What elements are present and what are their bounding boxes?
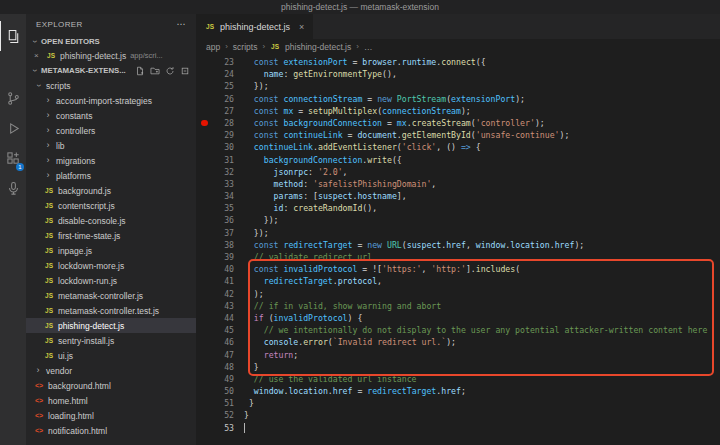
tab-close-icon[interactable]: × (299, 22, 304, 32)
code-line[interactable]: return; (244, 349, 707, 361)
tree-item-background.html[interactable]: <>background.html (26, 378, 196, 393)
code-line[interactable]: backgroundConnection.write({ (244, 154, 707, 166)
project-tree-header[interactable]: › METAMASK-EXTENS... (26, 63, 196, 78)
line-number[interactable]: 37 (196, 227, 244, 239)
tree-item-notification.html[interactable]: <>notification.html (26, 423, 196, 438)
tree-item-ui.js[interactable]: JSui.js (26, 348, 196, 363)
line-number[interactable]: 43 (196, 300, 244, 312)
tree-item-migrations[interactable]: ›migrations (26, 153, 196, 168)
tree-item-lockdown-run.js[interactable]: JSlockdown-run.js (26, 273, 196, 288)
breadcrumb-segment[interactable]: scripts (233, 42, 258, 52)
code-line[interactable]: continueLink.addEventListener('click', (… (244, 141, 707, 153)
code-line[interactable]: window.location.href = redirectTarget.hr… (244, 385, 707, 397)
line-number[interactable]: 31 (196, 154, 244, 166)
tree-item-loading.html[interactable]: <>loading.html (26, 408, 196, 423)
microphone-icon[interactable] (0, 173, 26, 203)
line-number[interactable]: 44 (196, 312, 244, 324)
new-folder-icon[interactable] (150, 66, 160, 76)
tree-item-vendor[interactable]: ›vendor (26, 363, 196, 378)
line-number[interactable]: 28 (196, 117, 244, 129)
line-number[interactable]: 33 (196, 178, 244, 190)
extensions-icon[interactable]: 1 (0, 143, 26, 173)
line-number[interactable]: 25 (196, 80, 244, 92)
close-editor-icon[interactable]: × (34, 51, 42, 60)
collapse-all-icon[interactable] (180, 66, 190, 76)
breadcrumb-segment[interactable]: phishing-detect.js (285, 42, 351, 52)
line-number[interactable]: 49 (196, 373, 244, 385)
tree-item-first-time-state.js[interactable]: JSfirst-time-state.js (26, 228, 196, 243)
line-number[interactable]: 47 (196, 349, 244, 361)
line-number[interactable]: 36 (196, 214, 244, 226)
new-file-icon[interactable] (135, 66, 145, 76)
tree-item-phishing-detect.js[interactable]: JSphishing-detect.js (26, 318, 196, 333)
tree-item-constants[interactable]: ›constants (26, 108, 196, 123)
tree-item-inpage.js[interactable]: JSinpage.js (26, 243, 196, 258)
tree-item-contentscript.js[interactable]: JScontentscript.js (26, 198, 196, 213)
code-line[interactable]: const extensionPort = browser.runtime.co… (244, 56, 707, 68)
tree-item-metamask-controller.js[interactable]: JSmetamask-controller.js (26, 288, 196, 303)
tree-item-home.html[interactable]: <>home.html (26, 393, 196, 408)
code-line[interactable]: }); (244, 214, 707, 226)
line-number[interactable]: 46 (196, 336, 244, 348)
code-line[interactable]: jsonrpc: '2.0', (244, 166, 707, 178)
code-line[interactable]: method: 'safelistPhishingDomain', (244, 178, 707, 190)
tree-item-platforms[interactable]: ›platforms (26, 168, 196, 183)
open-editor-item[interactable]: ×JSphishing-detect.jsapp/scri... (26, 48, 196, 63)
code-line[interactable]: console.error(`Invalid redirect url.`); (244, 336, 707, 348)
line-number[interactable]: 42 (196, 288, 244, 300)
breadcrumb-segment[interactable]: … (364, 42, 373, 52)
line-number[interactable]: 24 (196, 68, 244, 80)
line-number[interactable]: 30 (196, 141, 244, 153)
line-number[interactable]: 52 (196, 409, 244, 421)
tab-phishing-detect.js[interactable]: JSphishing-detect.js× (196, 14, 313, 39)
line-number[interactable]: 50 (196, 385, 244, 397)
code-line[interactable]: name: getEnvironmentType(), (244, 68, 707, 80)
line-number[interactable]: 26 (196, 93, 244, 105)
code-line[interactable]: params: [suspect.hostname], (244, 190, 707, 202)
code-line[interactable]: ); (244, 288, 707, 300)
line-number[interactable]: 29 (196, 129, 244, 141)
tree-item-sentry-install.js[interactable]: JSsentry-install.js (26, 333, 196, 348)
code-line[interactable]: if (invalidProtocol) { (244, 312, 707, 324)
source-control-icon[interactable] (0, 83, 26, 113)
code-line[interactable]: // validate redirect url (244, 251, 707, 263)
open-editors-header[interactable]: › OPEN EDITORS (26, 34, 196, 48)
code-line[interactable]: } (244, 397, 707, 409)
code-line[interactable]: const mx = setupMultiplex(connectionStre… (244, 105, 707, 117)
line-number[interactable]: 41 (196, 275, 244, 287)
line-number[interactable]: 40 (196, 263, 244, 275)
tree-item-background.js[interactable]: JSbackground.js (26, 183, 196, 198)
line-number[interactable]: 38 (196, 239, 244, 251)
breadcrumb-segment[interactable]: app (206, 42, 220, 52)
line-number[interactable]: 34 (196, 190, 244, 202)
files-explorer-icon[interactable] (0, 21, 26, 51)
line-number[interactable]: 23 (196, 56, 244, 68)
code-line[interactable]: // use the validated url instance (244, 373, 707, 385)
tree-item-lockdown-more.js[interactable]: JSlockdown-more.js (26, 258, 196, 273)
code-line[interactable] (244, 422, 707, 434)
line-number[interactable]: 48 (196, 361, 244, 373)
code-line[interactable]: const invalidProtocol = !['https:', 'htt… (244, 263, 707, 275)
code-editor[interactable]: 2324252627282930313233343536373839404142… (196, 54, 720, 445)
code-line[interactable]: redirectTarget.protocol, (244, 275, 707, 287)
tree-item-account-import-strategies[interactable]: ›account-import-strategies (26, 93, 196, 108)
code-line[interactable]: // if in valid, show warning and abort (244, 300, 707, 312)
line-number[interactable]: 35 (196, 202, 244, 214)
tree-item-scripts[interactable]: ›scripts (26, 78, 196, 93)
code-line[interactable]: }); (244, 80, 707, 92)
line-number[interactable]: 53 (196, 422, 244, 434)
tree-item-disable-console.js[interactable]: JSdisable-console.js (26, 213, 196, 228)
more-actions-icon[interactable]: ⋯ (177, 19, 186, 29)
code-line[interactable]: const connectionStream = new PortStream(… (244, 93, 707, 105)
code-line[interactable]: const redirectTarget = new URL(suspect.h… (244, 239, 707, 251)
code-line[interactable]: const backgroundConnection = mx.createSt… (244, 117, 707, 129)
tree-item-metamask-controller.test.js[interactable]: JSmetamask-controller.test.js (26, 303, 196, 318)
refresh-icon[interactable] (165, 66, 175, 76)
line-number[interactable]: 51 (196, 397, 244, 409)
line-number[interactable]: 32 (196, 166, 244, 178)
line-number[interactable]: 39 (196, 251, 244, 263)
line-number[interactable]: 45 (196, 324, 244, 336)
tree-item-controllers[interactable]: ›controllers (26, 123, 196, 138)
line-number[interactable]: 27 (196, 105, 244, 117)
run-debug-icon[interactable] (0, 113, 26, 143)
